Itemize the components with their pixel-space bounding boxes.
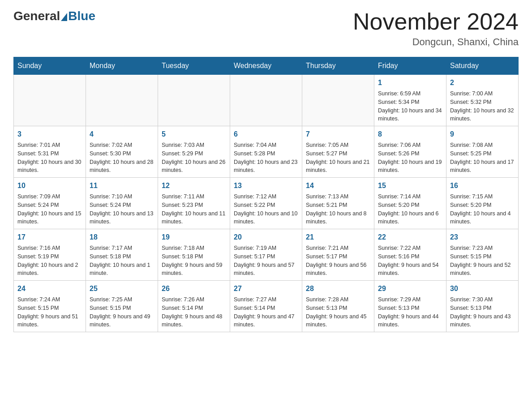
- day-info: Sunrise: 7:25 AMSunset: 5:15 PMDaylight:…: [90, 295, 154, 329]
- day-number: 9: [450, 129, 515, 140]
- calendar-cell: 13Sunrise: 7:12 AMSunset: 5:22 PMDayligh…: [230, 178, 302, 229]
- day-info: Sunrise: 7:04 AMSunset: 5:28 PMDaylight:…: [234, 141, 298, 175]
- day-info: Sunrise: 7:12 AMSunset: 5:22 PMDaylight:…: [234, 193, 298, 226]
- day-number: 21: [306, 232, 370, 243]
- day-info: Sunrise: 7:30 AMSunset: 5:13 PMDaylight:…: [450, 295, 515, 329]
- calendar-cell: 26Sunrise: 7:26 AMSunset: 5:14 PMDayligh…: [158, 281, 230, 332]
- day-info: Sunrise: 7:01 AMSunset: 5:31 PMDaylight:…: [17, 141, 82, 175]
- calendar-cell: 28Sunrise: 7:28 AMSunset: 5:13 PMDayligh…: [302, 281, 374, 332]
- day-info: Sunrise: 7:02 AMSunset: 5:30 PMDaylight:…: [90, 141, 154, 175]
- day-number: 17: [17, 232, 82, 243]
- day-number: 25: [90, 283, 154, 294]
- day-number: 6: [234, 129, 298, 140]
- calendar-cell: 9Sunrise: 7:08 AMSunset: 5:25 PMDaylight…: [446, 126, 519, 178]
- day-info: Sunrise: 7:18 AMSunset: 5:18 PMDaylight:…: [162, 244, 226, 278]
- day-number: 23: [450, 232, 515, 243]
- day-number: 27: [234, 283, 298, 294]
- calendar-cell: 3Sunrise: 7:01 AMSunset: 5:31 PMDaylight…: [14, 126, 86, 178]
- calendar-cell: 30Sunrise: 7:30 AMSunset: 5:13 PMDayligh…: [446, 281, 519, 332]
- day-number: 29: [378, 283, 442, 294]
- day-info: Sunrise: 7:10 AMSunset: 5:24 PMDaylight:…: [90, 193, 154, 226]
- day-number: 26: [162, 283, 226, 294]
- calendar-cell: 8Sunrise: 7:06 AMSunset: 5:26 PMDaylight…: [374, 126, 446, 178]
- calendar-cell: 7Sunrise: 7:05 AMSunset: 5:27 PMDaylight…: [302, 126, 374, 178]
- calendar-cell: 19Sunrise: 7:18 AMSunset: 5:18 PMDayligh…: [158, 229, 230, 281]
- calendar-cell: [302, 75, 374, 126]
- day-info: Sunrise: 7:13 AMSunset: 5:21 PMDaylight:…: [306, 193, 370, 226]
- calendar-cell: 20Sunrise: 7:19 AMSunset: 5:17 PMDayligh…: [230, 229, 302, 281]
- calendar-cell: 29Sunrise: 7:29 AMSunset: 5:13 PMDayligh…: [374, 281, 446, 332]
- week-row-5: 24Sunrise: 7:24 AMSunset: 5:15 PMDayligh…: [14, 281, 519, 332]
- day-number: 22: [378, 232, 442, 243]
- day-header-sunday: Sunday: [14, 57, 86, 75]
- calendar-cell: 18Sunrise: 7:17 AMSunset: 5:18 PMDayligh…: [86, 229, 158, 281]
- calendar-cell: 5Sunrise: 7:03 AMSunset: 5:29 PMDaylight…: [158, 126, 230, 178]
- logo-general-text: General: [13, 9, 60, 23]
- day-number: 19: [162, 232, 226, 243]
- day-number: 5: [162, 129, 226, 140]
- day-number: 8: [378, 129, 442, 140]
- day-number: 12: [162, 180, 226, 191]
- day-number: 1: [378, 77, 442, 88]
- day-number: 14: [306, 180, 370, 191]
- day-number: 11: [90, 180, 154, 191]
- day-number: 16: [450, 180, 515, 191]
- location-title: Dongcun, Shanxi, China: [353, 36, 519, 48]
- calendar-cell: 1Sunrise: 6:59 AMSunset: 5:34 PMDaylight…: [374, 75, 446, 126]
- calendar-cell: 14Sunrise: 7:13 AMSunset: 5:21 PMDayligh…: [302, 178, 374, 229]
- calendar-cell: 12Sunrise: 7:11 AMSunset: 5:23 PMDayligh…: [158, 178, 230, 229]
- day-info: Sunrise: 6:59 AMSunset: 5:34 PMDaylight:…: [378, 90, 442, 123]
- day-info: Sunrise: 7:06 AMSunset: 5:26 PMDaylight:…: [378, 141, 442, 175]
- day-info: Sunrise: 7:08 AMSunset: 5:25 PMDaylight:…: [450, 141, 515, 175]
- calendar-cell: 6Sunrise: 7:04 AMSunset: 5:28 PMDaylight…: [230, 126, 302, 178]
- day-info: Sunrise: 7:15 AMSunset: 5:20 PMDaylight:…: [450, 193, 515, 226]
- calendar-cell: [230, 75, 302, 126]
- day-number: 18: [90, 232, 154, 243]
- day-info: Sunrise: 7:05 AMSunset: 5:27 PMDaylight:…: [306, 141, 370, 175]
- day-info: Sunrise: 7:23 AMSunset: 5:15 PMDaylight:…: [450, 244, 515, 278]
- calendar-cell: [86, 75, 158, 126]
- logo: General Blue: [13, 9, 95, 23]
- calendar-cell: [14, 75, 86, 126]
- logo-blue-text: Blue: [68, 9, 95, 23]
- day-header-tuesday: Tuesday: [158, 57, 230, 75]
- day-number: 20: [234, 232, 298, 243]
- day-info: Sunrise: 7:16 AMSunset: 5:19 PMDaylight:…: [17, 244, 82, 278]
- day-info: Sunrise: 7:00 AMSunset: 5:32 PMDaylight:…: [450, 90, 515, 123]
- calendar-cell: 4Sunrise: 7:02 AMSunset: 5:30 PMDaylight…: [86, 126, 158, 178]
- day-info: Sunrise: 7:14 AMSunset: 5:20 PMDaylight:…: [378, 193, 442, 226]
- day-info: Sunrise: 7:11 AMSunset: 5:23 PMDaylight:…: [162, 193, 226, 226]
- day-info: Sunrise: 7:21 AMSunset: 5:17 PMDaylight:…: [306, 244, 370, 278]
- day-info: Sunrise: 7:27 AMSunset: 5:14 PMDaylight:…: [234, 295, 298, 329]
- day-header-saturday: Saturday: [446, 57, 519, 75]
- day-number: 7: [306, 129, 370, 140]
- day-header-wednesday: Wednesday: [230, 57, 302, 75]
- calendar-cell: 25Sunrise: 7:25 AMSunset: 5:15 PMDayligh…: [86, 281, 158, 332]
- calendar-cell: [158, 75, 230, 126]
- logo-triangle-icon: [61, 13, 67, 21]
- day-info: Sunrise: 7:19 AMSunset: 5:17 PMDaylight:…: [234, 244, 298, 278]
- calendar-cell: 15Sunrise: 7:14 AMSunset: 5:20 PMDayligh…: [374, 178, 446, 229]
- day-header-thursday: Thursday: [302, 57, 374, 75]
- day-info: Sunrise: 7:09 AMSunset: 5:24 PMDaylight:…: [17, 193, 82, 226]
- calendar-cell: 22Sunrise: 7:22 AMSunset: 5:16 PMDayligh…: [374, 229, 446, 281]
- week-row-1: 1Sunrise: 6:59 AMSunset: 5:34 PMDaylight…: [14, 75, 519, 126]
- calendar-cell: 21Sunrise: 7:21 AMSunset: 5:17 PMDayligh…: [302, 229, 374, 281]
- day-number: 3: [17, 129, 82, 140]
- calendar-cell: 24Sunrise: 7:24 AMSunset: 5:15 PMDayligh…: [14, 281, 86, 332]
- day-header-friday: Friday: [374, 57, 446, 75]
- calendar-cell: 16Sunrise: 7:15 AMSunset: 5:20 PMDayligh…: [446, 178, 519, 229]
- day-info: Sunrise: 7:17 AMSunset: 5:18 PMDaylight:…: [90, 244, 154, 278]
- week-row-2: 3Sunrise: 7:01 AMSunset: 5:31 PMDaylight…: [14, 126, 519, 178]
- calendar-cell: 17Sunrise: 7:16 AMSunset: 5:19 PMDayligh…: [14, 229, 86, 281]
- calendar-cell: 10Sunrise: 7:09 AMSunset: 5:24 PMDayligh…: [14, 178, 86, 229]
- week-row-4: 17Sunrise: 7:16 AMSunset: 5:19 PMDayligh…: [14, 229, 519, 281]
- day-info: Sunrise: 7:03 AMSunset: 5:29 PMDaylight:…: [162, 141, 226, 175]
- day-info: Sunrise: 7:29 AMSunset: 5:13 PMDaylight:…: [378, 295, 442, 329]
- day-number: 10: [17, 180, 82, 191]
- day-number: 2: [450, 77, 515, 88]
- calendar-cell: 23Sunrise: 7:23 AMSunset: 5:15 PMDayligh…: [446, 229, 519, 281]
- calendar-table: SundayMondayTuesdayWednesdayThursdayFrid…: [13, 57, 519, 332]
- day-number: 15: [378, 180, 442, 191]
- month-title: November 2024: [353, 9, 519, 34]
